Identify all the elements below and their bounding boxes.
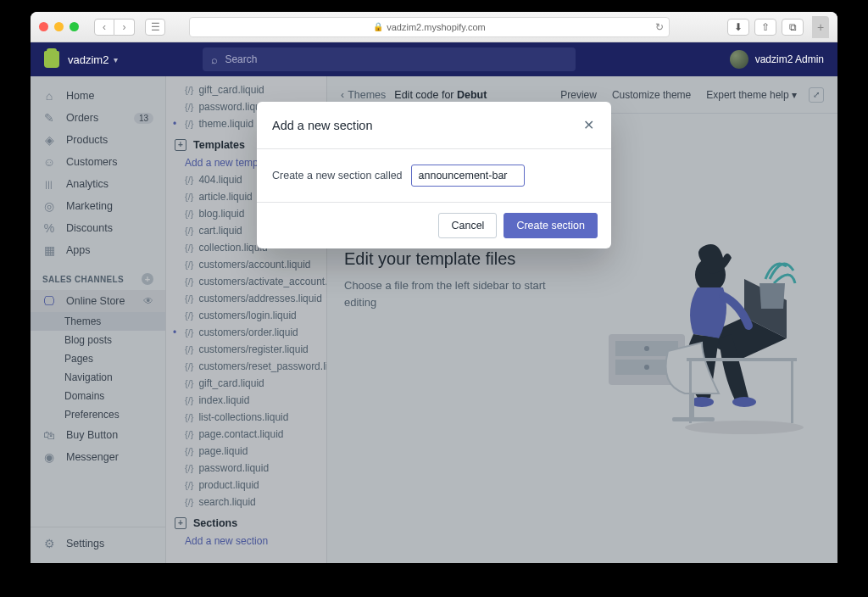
close-window-button[interactable] — [39, 22, 48, 31]
forward-button[interactable]: › — [114, 19, 135, 36]
new-tab-button[interactable]: + — [812, 16, 829, 38]
search-icon: ⌕ — [211, 53, 218, 66]
modal-title: Add a new section — [272, 119, 373, 132]
url-text: vadzim2.myshopify.com — [387, 22, 486, 32]
browser-chrome: ‹ › ☰ 🔒 vadzim2.myshopify.com ↻ ⬇ ⇧ ⧉ + — [31, 12, 837, 42]
modal-label: Create a new section called — [272, 170, 403, 181]
user-name[interactable]: vadzim2 Admin — [755, 53, 824, 65]
share-button[interactable]: ⇧ — [754, 19, 776, 36]
avatar[interactable] — [730, 50, 748, 69]
section-name-input[interactable] — [411, 165, 525, 187]
lock-icon: 🔒 — [373, 22, 383, 31]
cancel-button[interactable]: Cancel — [438, 213, 497, 238]
close-icon[interactable]: ✕ — [581, 115, 596, 135]
search-placeholder: Search — [225, 53, 257, 65]
url-bar[interactable]: 🔒 vadzim2.myshopify.com ↻ — [189, 17, 670, 37]
app-header: vadzim2 ▾ ⌕ Search vadzim2 Admin — [31, 42, 837, 76]
chevron-down-icon[interactable]: ▾ — [114, 55, 118, 64]
minimize-window-button[interactable] — [54, 22, 64, 31]
download-button[interactable]: ⬇ — [727, 19, 749, 36]
store-name[interactable]: vadzim2 — [68, 53, 108, 66]
refresh-icon[interactable]: ↻ — [655, 21, 664, 33]
maximize-window-button[interactable] — [70, 22, 79, 31]
search-input[interactable]: ⌕ Search — [203, 47, 576, 71]
back-button[interactable]: ‹ — [94, 19, 114, 36]
tabs-button[interactable]: ⧉ — [782, 19, 804, 36]
sidebar-toggle-button[interactable]: ☰ — [145, 19, 165, 36]
add-section-modal: Add a new section ✕ Create a new section… — [257, 102, 611, 248]
create-section-button[interactable]: Create section — [504, 213, 598, 238]
modal-backdrop[interactable]: Add a new section ✕ Create a new section… — [31, 76, 837, 563]
shopify-logo-icon — [44, 51, 59, 68]
